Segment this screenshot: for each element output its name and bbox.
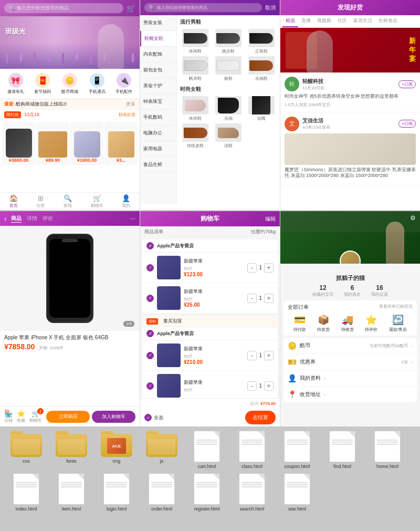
nav-home[interactable]: 🏠 首页 [9, 194, 18, 209]
notice-more[interactable]: 更多 [126, 101, 135, 108]
cat-shoes[interactable]: 鞋靴女鞋 [140, 31, 176, 47]
item4-checkbox[interactable]: ✓ [146, 382, 154, 390]
order-pending-receive[interactable]: 🚚 待收货 [341, 314, 354, 332]
search-input-box-2[interactable]: 🔍 输入您比较想要搜索的商品 [144, 3, 262, 12]
shoe-skateboard[interactable]: 板鞋 [213, 56, 244, 81]
menu-coupon[interactable]: 🎫 优惠券 2张 › [284, 354, 417, 370]
item1-checkbox[interactable]: ✓ [146, 264, 154, 272]
file-home-html[interactable]: home.html [366, 431, 408, 469]
cat-underwear[interactable]: 内衣配饰 [140, 47, 176, 63]
file-item-html[interactable]: item.html [50, 473, 92, 512]
order-pending-pay[interactable]: 💳 待付款 [293, 314, 306, 332]
folder-js[interactable]: js [141, 431, 183, 464]
icon-accessories[interactable]: 🔌 手机配件 [116, 73, 132, 95]
qty-increase-3[interactable]: + [264, 351, 274, 360]
cat-computer[interactable]: 电脑办公 [140, 126, 176, 141]
checkout-button[interactable]: 去结算 [245, 411, 276, 424]
select-all-area[interactable]: ✓ 全选 [144, 414, 163, 421]
qty-decrease-3[interactable]: - [247, 351, 257, 360]
file-cart-html[interactable]: cart.html [186, 431, 228, 469]
cat-jewelry[interactable]: 钟表珠宝 [140, 94, 176, 110]
shoe-loafer[interactable]: 乐福鞋 [246, 56, 277, 81]
order-refund[interactable]: ↩️ 退款/售后 [389, 314, 407, 332]
tab-video[interactable]: 视频购 [314, 15, 334, 27]
cat-phone[interactable]: 手机数码 [140, 110, 176, 126]
folder-css[interactable]: css [5, 431, 47, 464]
order-pending-review[interactable]: ⭐ 待评价 [365, 314, 377, 332]
tab-community[interactable]: 社区 [334, 15, 350, 27]
menu-profile[interactable]: 👤 我的资料 › [284, 370, 417, 387]
shoe-women-loafer[interactable]: 乐福 [213, 96, 244, 121]
select-all-checkbox[interactable]: ✓ [144, 414, 152, 421]
settings-icon[interactable]: ⚙ [410, 214, 416, 222]
nav-mine[interactable]: 👤 我的 [122, 194, 130, 209]
edit-button[interactable]: 编辑 [265, 215, 276, 223]
qty-increase-2[interactable]: + [264, 294, 274, 303]
file-search-html[interactable]: search.html [231, 473, 273, 512]
file-order-html[interactable]: order.html [141, 473, 183, 512]
file-login-html[interactable]: login.html [96, 473, 138, 512]
menu-address[interactable]: 📍 收货地址 › [284, 387, 417, 403]
shoe-women-boots[interactable]: 短靴 [246, 96, 277, 121]
cart-nav-item[interactable]: 🛒 2 购物车 [29, 410, 42, 423]
buy-now-button[interactable]: 立即购买 [46, 411, 90, 423]
item2-checkbox[interactable]: ✓ [146, 295, 154, 302]
file-register-html[interactable]: register.html [186, 473, 228, 512]
tab-fresh[interactable]: 生鲜食品 [375, 15, 401, 27]
file-find-html[interactable]: find.html [321, 431, 363, 469]
qty-increase-1[interactable]: + [264, 263, 274, 273]
folder-img[interactable]: ACE img [96, 431, 138, 464]
file-coupon-html[interactable]: coupon.html [276, 431, 318, 469]
shoe-formal[interactable]: 正装鞋 [246, 29, 277, 54]
more-icon[interactable]: ··· [130, 215, 135, 222]
item3-checkbox[interactable]: ✓ [146, 352, 154, 359]
shoe-casual[interactable]: 休闲鞋 [180, 29, 211, 54]
nav-cart[interactable]: 🛒 购物车 [91, 194, 103, 209]
icon-invite[interactable]: 🎀 邀请有礼 [7, 73, 24, 95]
qty-decrease-4[interactable]: - [247, 381, 257, 391]
cart-icon[interactable]: 🛒 [127, 4, 135, 13]
search-input-box[interactable]: 🔍 输入您分析您搜寻的商品 [4, 3, 123, 13]
nav-category[interactable]: ⊞ 分类 [36, 194, 45, 209]
tab-product[interactable]: 商品 [11, 215, 22, 223]
cat-beauty[interactable]: 美妆个护 [140, 78, 176, 94]
product-phone[interactable]: ¥3800.00 [2, 122, 35, 165]
product-food[interactable]: ¥89.90 [36, 122, 69, 165]
store2-checkbox[interactable]: ✓ [146, 330, 154, 337]
file-class-html[interactable]: class.html [231, 431, 273, 469]
product-other[interactable]: ¥3... [104, 122, 138, 165]
store-nav-item[interactable]: 🏪 店铺 [4, 410, 13, 423]
file-index-html[interactable]: index.html [5, 473, 47, 512]
store2-follow-btn[interactable]: +订阅 [398, 120, 416, 128]
tab-live[interactable]: 直播 [298, 15, 314, 27]
store1-checkbox[interactable]: ✓ [146, 242, 154, 249]
icon-phone[interactable]: 📱 手机通讯 [89, 73, 106, 95]
shoe-canvas[interactable]: 帆布鞋 [180, 56, 211, 81]
shoe-women-casual[interactable]: 休闲鞋 [180, 96, 211, 121]
back-icon[interactable]: ‹ [4, 214, 7, 223]
menu-coins[interactable]: 🪙 酷币 当前可用酷币30酷币 › [284, 338, 417, 354]
product-washer[interactable]: ¥1900.00 [70, 122, 103, 165]
shoe-sandal[interactable]: 凉鞋 [213, 123, 244, 149]
icon-festival[interactable]: 🧧 春节福利 [34, 73, 51, 95]
cancel-button[interactable]: 取消 [265, 4, 276, 12]
tab-review[interactable]: 评价 [43, 215, 53, 223]
tab-home[interactable]: 家居生活 [350, 15, 375, 27]
tab-selected[interactable]: 精选 [282, 15, 298, 27]
icon-coins[interactable]: 🪙 酷币商城 [61, 73, 78, 95]
store1-follow-btn[interactable]: +订阅 [398, 80, 416, 88]
add-to-cart-button[interactable]: 加入购物车 [92, 411, 135, 423]
order-pending-ship[interactable]: 📦 待发货 [317, 314, 330, 332]
shoe-running[interactable]: 跑步鞋 [213, 29, 244, 54]
nav-discover[interactable]: 🔍 发现 [64, 194, 72, 209]
tab-detail[interactable]: 详情 [27, 215, 37, 223]
cat-appliance[interactable]: 家用电器 [140, 141, 176, 157]
qty-decrease-1[interactable]: - [247, 263, 257, 273]
orders-view-all[interactable]: 查看所有已购买完 [379, 304, 413, 311]
cat-menswear[interactable]: 男装女装 [140, 15, 176, 31]
add-cart-nav-item[interactable]: ⭐ 收藏 [17, 410, 25, 423]
shoe-brown-loafer[interactable]: 传统皮鞋 [180, 123, 211, 149]
folder-fonts[interactable]: fonts [50, 431, 92, 464]
qty-decrease-2[interactable]: - [247, 294, 257, 303]
cat-bags[interactable]: 箱包女包 [140, 63, 176, 78]
